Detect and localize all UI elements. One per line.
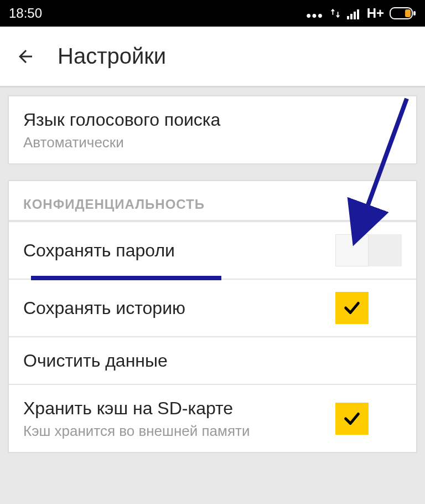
- app-header: Настройки: [0, 27, 425, 88]
- voice-search-title: Язык голосового поиска: [23, 109, 402, 131]
- svg-rect-6: [405, 9, 411, 17]
- check-icon: [335, 409, 369, 428]
- svg-rect-3: [357, 9, 359, 19]
- more-icon: •••: [306, 3, 323, 23]
- voice-search-card: Язык голосового поиска Автоматически: [8, 95, 417, 164]
- back-button[interactable]: [15, 47, 35, 66]
- screen: 18:50 ••• H+ Настройки Язык голосового п…: [0, 0, 425, 504]
- voice-search-value: Автоматически: [23, 134, 402, 151]
- clear-data-item[interactable]: Очистить данные: [9, 336, 416, 384]
- svg-rect-1: [350, 14, 353, 19]
- clear-data-label: Очистить данные: [23, 349, 402, 372]
- status-icons: ••• H+: [306, 3, 416, 23]
- status-time: 18:50: [9, 6, 42, 21]
- privacy-card: КОНФИДЕНЦИАЛЬНОСТЬ Сохранять пароли Сохр…: [8, 180, 417, 453]
- voice-search-language-item[interactable]: Язык голосового поиска Автоматически: [9, 96, 416, 163]
- signal-icon: [347, 7, 361, 19]
- check-icon: [335, 299, 369, 317]
- toggle-knob: [369, 403, 402, 435]
- cache-sd-label: Хранить кэш на SD-карте: [23, 397, 324, 419]
- save-passwords-toggle[interactable]: [335, 234, 402, 266]
- save-passwords-item[interactable]: Сохранять пароли: [9, 221, 416, 279]
- save-history-item[interactable]: Сохранять историю: [9, 279, 416, 336]
- network-type: H+: [367, 6, 384, 21]
- svg-rect-2: [354, 12, 356, 19]
- status-bar: 18:50 ••• H+: [0, 0, 425, 27]
- svg-rect-5: [413, 11, 416, 16]
- battery-icon: [390, 7, 416, 19]
- cache-sd-toggle[interactable]: [335, 403, 402, 435]
- settings-body: Язык голосового поиска Автоматически КОН…: [0, 88, 425, 476]
- save-history-label: Сохранять историю: [23, 297, 324, 319]
- toggle-knob: [335, 234, 369, 266]
- data-transfer-icon: [329, 7, 341, 19]
- cache-sd-item[interactable]: Хранить кэш на SD-карте Кэш хранится во …: [9, 384, 416, 452]
- page-title: Настройки: [58, 44, 166, 69]
- toggle-knob: [369, 292, 402, 324]
- arrow-left-icon: [15, 47, 35, 66]
- svg-rect-0: [347, 16, 349, 19]
- privacy-section-header: КОНФИДЕНЦИАЛЬНОСТЬ: [9, 181, 416, 221]
- cache-sd-sub: Кэш хранится во внешней памяти: [23, 423, 324, 440]
- save-passwords-label: Сохранять пароли: [23, 239, 324, 261]
- save-history-toggle[interactable]: [335, 292, 402, 324]
